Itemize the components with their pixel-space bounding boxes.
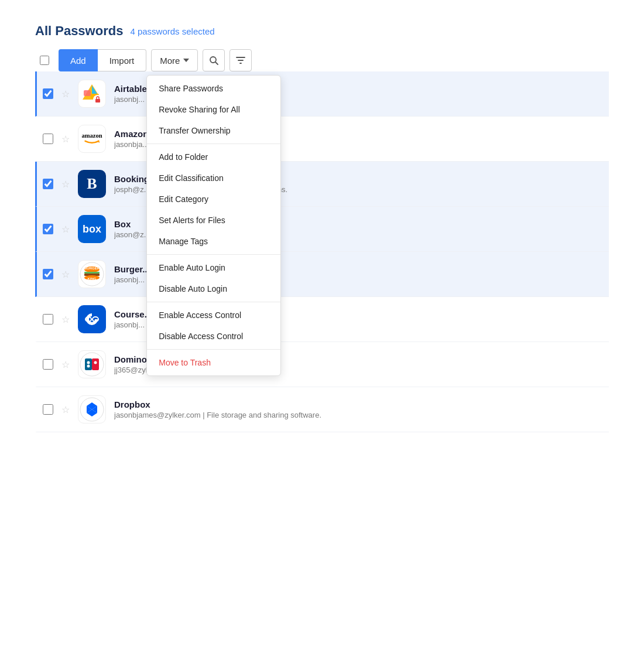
more-dropdown-menu: Share Passwords Revoke Sharing for All T…	[146, 75, 281, 376]
table-row: ☆ amazon Amazon jasonbja...	[35, 117, 609, 162]
table-row: ☆ B Booking... josph@z... | search engin…	[35, 162, 609, 207]
svg-rect-13	[84, 272, 100, 274]
logo-dominos	[78, 350, 106, 378]
row-info-dropbox: Dropbox jasonbjames@zylker.com | File st…	[114, 399, 603, 419]
svg-line-1	[215, 62, 218, 64]
table-row: ☆ box Box jason@z... | ing software.	[35, 207, 609, 252]
menu-item-manage-tags[interactable]: Manage Tags	[147, 231, 280, 252]
menu-item-revoke-sharing[interactable]: Revoke Sharing for All	[147, 99, 280, 120]
svg-point-23	[87, 361, 90, 364]
search-button[interactable]	[203, 49, 225, 71]
logo-dropbox	[78, 395, 106, 423]
select-all-checkbox-wrap[interactable]	[35, 51, 54, 70]
row-sub-dropbox: jasonbjames@zylker.com | File storage an…	[114, 411, 603, 419]
filter-button[interactable]	[229, 49, 252, 71]
chevron-down-icon	[183, 59, 189, 62]
row-checkbox-booking[interactable]	[43, 179, 53, 189]
page-title: All Passwords	[35, 23, 123, 39]
toolbar: Add Import More Share Passwords Revoke S…	[35, 49, 609, 71]
logo-booking: B	[78, 170, 106, 198]
select-all-checkbox[interactable]	[40, 56, 49, 65]
password-list: ☆ Airtable jasonbj... | ration software.	[35, 71, 609, 432]
star-airtable[interactable]: ☆	[61, 88, 70, 100]
svg-point-24	[87, 365, 90, 368]
svg-rect-25	[92, 358, 99, 370]
table-row: ☆ Dropbox jasonbjames@zylker.com | File …	[35, 387, 609, 432]
row-checkbox-dropbox[interactable]	[43, 404, 53, 415]
svg-point-26	[94, 361, 97, 364]
star-dropbox[interactable]: ☆	[61, 404, 70, 415]
divider-1	[147, 144, 280, 144]
star-bk[interactable]: ☆	[61, 269, 70, 280]
logo-box: box	[78, 215, 106, 243]
star-box[interactable]: ☆	[61, 224, 70, 235]
table-row: ☆ Airtable jasonbj... | ration software.	[35, 71, 609, 117]
more-label: More	[160, 56, 180, 66]
star-coursera[interactable]: ☆	[61, 314, 70, 325]
menu-item-enable-autologin[interactable]: Enable Auto Login	[147, 257, 280, 278]
table-row: ☆ Dominos jj365@zylker.com | Pizza resta…	[35, 342, 609, 387]
row-checkbox-coursera[interactable]	[43, 314, 53, 324]
divider-2	[147, 254, 280, 255]
logo-coursera	[78, 305, 106, 333]
table-row: ☆ BURGER KING Burger... jasonbj... | t c…	[35, 252, 609, 297]
svg-rect-8	[95, 99, 100, 103]
table-row: ☆ Course... jasonbj... | company.	[35, 297, 609, 342]
row-checkbox-bk[interactable]	[43, 269, 53, 279]
row-checkbox-amazon[interactable]	[43, 134, 53, 144]
row-checkbox-box[interactable]	[43, 224, 53, 234]
star-booking[interactable]: ☆	[61, 179, 70, 190]
divider-4	[147, 349, 280, 350]
logo-bk: BURGER KING	[78, 260, 106, 288]
divider-3	[147, 302, 280, 302]
selected-badge: 4 passwords selected	[130, 26, 214, 36]
logo-amazon: amazon	[78, 125, 106, 153]
row-checkbox-airtable[interactable]	[43, 88, 53, 99]
logo-airtable	[78, 80, 106, 108]
menu-item-share-passwords[interactable]: Share Passwords	[147, 78, 280, 99]
menu-item-move-to-trash[interactable]: Move to Trash	[147, 352, 280, 373]
svg-rect-4	[84, 90, 91, 96]
add-button[interactable]: Add	[59, 49, 98, 71]
star-dominos[interactable]: ☆	[61, 359, 70, 370]
page-header: All Passwords 4 passwords selected	[35, 23, 609, 39]
row-name-dropbox: Dropbox	[114, 399, 603, 409]
menu-item-edit-classification[interactable]: Edit Classification	[147, 168, 280, 189]
menu-item-enable-access[interactable]: Enable Access Control	[147, 305, 280, 326]
more-dropdown-container: More Share Passwords Revoke Sharing for …	[146, 49, 198, 71]
menu-item-transfer-ownership[interactable]: Transfer Ownership	[147, 120, 280, 141]
menu-item-set-alerts[interactable]: Set Alerts for Files	[147, 210, 280, 231]
svg-text:BURGER: BURGER	[84, 267, 100, 270]
menu-item-disable-autologin[interactable]: Disable Auto Login	[147, 278, 280, 299]
row-checkbox-dominos[interactable]	[43, 359, 53, 370]
menu-item-disable-access[interactable]: Disable Access Control	[147, 326, 280, 347]
filter-icon	[236, 56, 245, 65]
import-button[interactable]: Import	[98, 49, 147, 71]
svg-text:amazon: amazon	[81, 132, 102, 139]
svg-rect-22	[85, 358, 92, 370]
more-button[interactable]: More	[151, 49, 198, 71]
search-icon	[209, 56, 218, 65]
menu-item-add-to-folder[interactable]: Add to Folder	[147, 146, 280, 168]
menu-item-edit-category[interactable]: Edit Category	[147, 189, 280, 210]
star-amazon[interactable]: ☆	[61, 134, 70, 145]
svg-text:KING: KING	[88, 277, 97, 281]
